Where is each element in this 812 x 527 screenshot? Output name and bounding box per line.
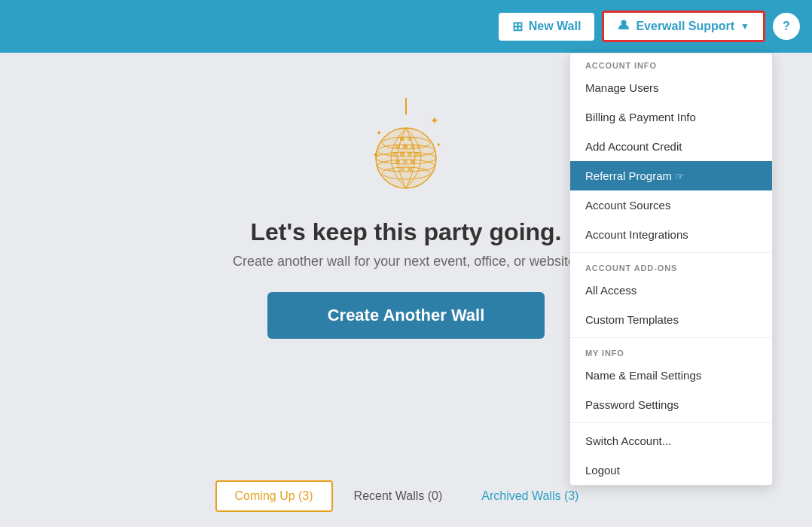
create-another-wall-button[interactable]: Create Another Wall: [267, 292, 545, 339]
svg-rect-22: [415, 152, 420, 156]
section-label-account-info: ACCOUNT INFO: [570, 53, 772, 73]
help-label: ?: [783, 20, 790, 33]
top-bar: ⊞ New Wall Everwall Support ▼ ?: [0, 0, 812, 53]
tab-recent-walls[interactable]: Recent Walls (0): [336, 480, 461, 512]
svg-text:✦: ✦: [376, 129, 382, 137]
chevron-down-icon: ▼: [740, 21, 749, 32]
svg-rect-27: [408, 167, 412, 171]
party-heading: Let's keep this party going.: [250, 218, 561, 246]
svg-rect-16: [403, 145, 408, 148]
svg-rect-24: [403, 160, 408, 163]
divider-1: [570, 252, 772, 253]
tab-coming-up[interactable]: Coming Up (3): [215, 480, 333, 512]
section-label-my-info: MY INFO: [570, 341, 772, 361]
svg-rect-18: [417, 145, 421, 148]
menu-item-account-integrations[interactable]: Account Integrations: [570, 220, 772, 249]
section-account-info: ACCOUNT INFO Manage Users Billing & Paym…: [570, 53, 772, 249]
svg-rect-17: [411, 145, 415, 148]
user-icon: [618, 19, 630, 34]
disco-area: ✦ ✦ ✦ ✦: [361, 98, 451, 203]
svg-rect-25: [411, 160, 415, 163]
svg-rect-23: [395, 160, 400, 163]
menu-item-account-sources[interactable]: Account Sources: [570, 190, 772, 220]
svg-text:✦: ✦: [436, 142, 441, 148]
svg-rect-13: [400, 137, 404, 141]
section-my-info: MY INFO Name & Email Settings Password S…: [570, 341, 772, 419]
menu-item-name-email-settings[interactable]: Name & Email Settings: [570, 361, 772, 390]
help-button[interactable]: ?: [773, 13, 800, 40]
new-wall-button[interactable]: ⊞ New Wall: [499, 13, 595, 41]
hand-pointer-icon: ☞: [675, 170, 685, 182]
wall-icon: ⊞: [512, 19, 523, 35]
svg-rect-26: [400, 167, 404, 171]
section-label-addons: ACCOUNT ADD-ONS: [570, 256, 772, 276]
party-subtext: Create another wall for your next event,…: [233, 254, 579, 270]
svg-rect-21: [408, 152, 412, 156]
section-account-addons: ACCOUNT ADD-ONS All Access Custom Templa…: [570, 256, 772, 334]
svg-rect-14: [408, 137, 412, 141]
menu-item-custom-templates[interactable]: Custom Templates: [570, 305, 772, 334]
divider-2: [570, 337, 772, 338]
account-button[interactable]: Everwall Support ▼: [602, 11, 765, 42]
menu-item-password-settings[interactable]: Password Settings: [570, 390, 772, 419]
menu-item-manage-users[interactable]: Manage Users: [570, 73, 772, 102]
menu-item-all-access[interactable]: All Access: [570, 276, 772, 305]
divider-3: [570, 422, 772, 423]
svg-rect-19: [392, 152, 397, 156]
new-wall-label: New Wall: [529, 20, 582, 33]
account-label: Everwall Support: [636, 20, 734, 33]
svg-rect-20: [400, 152, 404, 156]
menu-item-add-credit[interactable]: Add Account Credit: [570, 132, 772, 161]
menu-item-switch-account[interactable]: Switch Account...: [570, 426, 772, 455]
menu-item-referral-program[interactable]: Referral Program☞: [570, 161, 772, 190]
account-dropdown-menu: ACCOUNT INFO Manage Users Billing & Paym…: [569, 53, 773, 486]
disco-ball-illustration: ✦ ✦ ✦ ✦: [361, 98, 451, 203]
svg-text:✦: ✦: [430, 114, 439, 126]
menu-item-billing[interactable]: Billing & Payment Info: [570, 102, 772, 132]
svg-rect-15: [395, 145, 400, 148]
menu-item-logout[interactable]: Logout: [570, 455, 772, 485]
